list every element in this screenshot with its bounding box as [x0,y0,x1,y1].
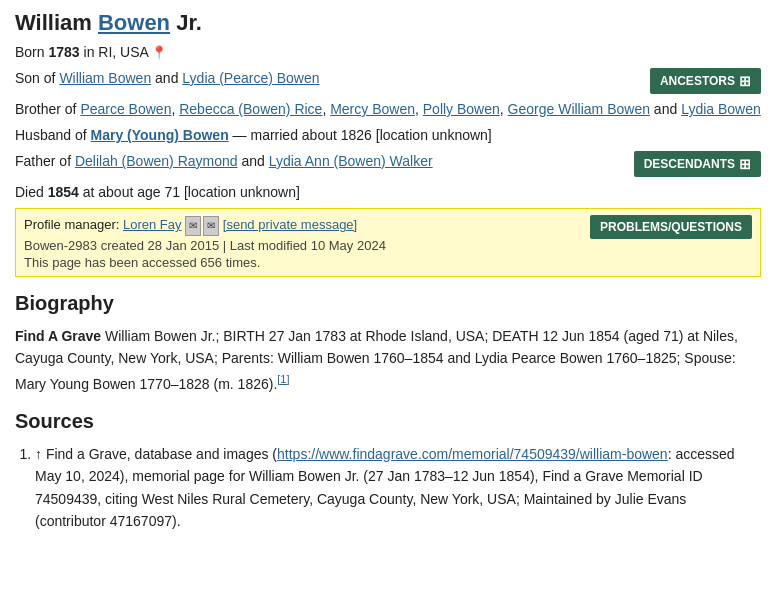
brother-of-line: Brother of Pearce Bowen, Rebecca (Bowen)… [15,99,761,120]
husband-of-line: Husband of Mary (Young) Bowen — married … [15,125,761,146]
father-of-line: Father of Delilah (Bowen) Raymond and Ly… [15,151,433,172]
sibling-last-and: and [650,101,681,117]
profile-manager-section: Profile manager: Loren Fay ✉ ✉ [send pri… [15,208,761,277]
ancestors-label: ANCESTORS [660,74,735,88]
sibling3-link[interactable]: Mercy Bowen [330,101,415,117]
access-count: This page has been accessed 656 times. [24,255,260,270]
sources-title: Sources [15,410,761,433]
find-a-grave-label: Find A Grave [15,328,101,344]
son-of-line: Son of William Bowen and Lydia (Pearce) … [15,68,320,89]
source-item-1: ↑ Find a Grave, database and images (htt… [35,443,761,533]
name-link[interactable]: Bowen [98,10,170,35]
problems-button[interactable]: PROBLEMS/QUESTIONS [590,215,752,239]
sibling4-link[interactable]: Polly Bowen [423,101,500,117]
biography-text: Find A Grave William Bowen Jr.; BIRTH 27… [15,325,761,395]
father-of-row: Father of Delilah (Bowen) Raymond and Ly… [15,151,761,177]
parent-and: and [151,70,182,86]
created-date: created 28 Jan 2015 [101,238,220,253]
sibling1-link[interactable]: Pearce Bowen [80,101,171,117]
spouse-link[interactable]: Mary (Young) Bowen [91,127,229,143]
page-id-line: Bowen-2983 created 28 Jan 2015 | Last mo… [24,238,386,253]
sibling5-link[interactable]: George William Bowen [508,101,650,117]
footnote-sup: [1] [277,372,289,385]
access-count-line: This page has been accessed 656 times. [24,255,386,270]
send-private-link[interactable]: [send private message] [223,217,357,232]
footnote-link[interactable]: [1] [277,373,289,385]
source-prefix: Find a Grave, database and images ( [46,446,277,462]
marriage-info: — married about 1826 [location unknown] [229,127,492,143]
descendants-icon: ⊞ [739,156,751,172]
profile-name: William Bowen Jr. [15,10,761,36]
manager-icon1[interactable]: ✉ [185,216,201,236]
name-suffix: Jr. [170,10,202,35]
page-id: Bowen-2983 [24,238,97,253]
parent2-link[interactable]: Lydia (Pearce) Bowen [182,70,319,86]
find-a-grave-text: William Bowen Jr.; BIRTH 27 Jan 1783 at … [15,328,738,391]
ancestors-icon: ⊞ [739,73,751,89]
son-of-row: Son of William Bowen and Lydia (Pearce) … [15,68,761,94]
sibling6-link[interactable]: Lydia Bowen [681,101,761,117]
source-arrow: ↑ [35,446,42,462]
born-line: Born 1783 in RI, USA📍 [15,42,761,63]
biography-title: Biography [15,292,761,315]
father-of-prefix: Father of [15,153,75,169]
husband-of-prefix: Husband of [15,127,91,143]
location-pin-icon: 📍 [151,43,167,63]
manager-icon2[interactable]: ✉ [203,216,219,236]
parent1-link[interactable]: William Bowen [59,70,151,86]
spouse-name: Mary (Young) Bowen [91,127,229,143]
manager-icons: ✉ ✉ [185,216,219,236]
child2-link[interactable]: Lydia Ann (Bowen) Walker [269,153,433,169]
source-link[interactable]: https://www.findagrave.com/memorial/7450… [277,446,668,462]
manager-info: Profile manager: Loren Fay ✉ ✉ [send pri… [24,215,386,236]
child1-link[interactable]: Delilah (Bowen) Raymond [75,153,238,169]
sources-list: ↑ Find a Grave, database and images (htt… [35,443,761,533]
brother-of-prefix: Brother of [15,101,80,117]
born-label: Born [15,44,48,60]
problems-label: PROBLEMS/QUESTIONS [600,220,742,234]
born-location: in RI, USA [80,44,149,60]
manager-prefix: Profile manager: [24,217,123,232]
sibling2-link[interactable]: Rebecca (Bowen) Rice [179,101,322,117]
died-line: Died 1854 at about age 71 [location unkn… [15,182,761,203]
manager-details: Profile manager: Loren Fay ✉ ✉ [send pri… [24,215,386,270]
died-info: at about age 71 [location unknown] [79,184,300,200]
died-year: 1854 [48,184,79,200]
last-modified: Last modified 10 May 2024 [230,238,386,253]
descendants-label: DESCENDANTS [644,157,735,171]
name-prefix: William [15,10,98,35]
descendants-button[interactable]: DESCENDANTS ⊞ [634,151,761,177]
manager-name-link[interactable]: Loren Fay [123,217,182,232]
children-and: and [238,153,269,169]
son-of-prefix: Son of [15,70,59,86]
born-year: 1783 [48,44,79,60]
ancestors-button[interactable]: ANCESTORS ⊞ [650,68,761,94]
died-label: Died [15,184,48,200]
